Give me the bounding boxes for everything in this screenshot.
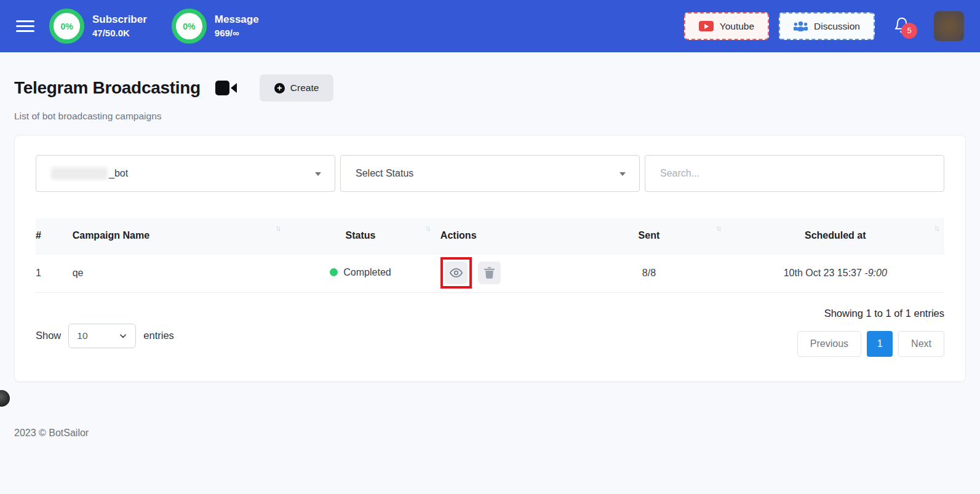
previous-page-button[interactable]: Previous xyxy=(797,331,861,357)
status-select-value: Select Status xyxy=(356,168,413,179)
message-stat: 0% Message 969/∞ xyxy=(172,9,259,44)
redacted-bot-name xyxy=(51,167,108,180)
show-label: Show xyxy=(36,330,61,341)
eye-icon xyxy=(450,266,463,279)
caret-down-icon xyxy=(315,172,321,176)
message-progress-ring: 0% xyxy=(172,9,207,44)
hamburger-menu-icon[interactable] xyxy=(16,17,34,35)
sort-icon[interactable]: ↑↓ xyxy=(425,223,429,233)
status-dot xyxy=(330,268,338,276)
showing-entries-text: Showing 1 to 1 of 1 entries xyxy=(824,308,944,319)
delete-campaign-button[interactable] xyxy=(478,261,501,284)
table-header-row: # Campaign Name ↑↓ Status ↑↓ Actions Sen… xyxy=(36,218,944,253)
search-input[interactable] xyxy=(645,155,944,192)
scheduled-at-cell: 10th Oct 23 15:37 -9:00 xyxy=(726,253,944,292)
campaign-name-cell: qe xyxy=(68,253,285,292)
scheduled-offset: -9:00 xyxy=(864,268,886,278)
users-icon xyxy=(794,21,808,31)
message-percent: 0% xyxy=(183,22,195,31)
notification-badge: 5 xyxy=(901,23,917,39)
table-row: 1 qe Completed xyxy=(36,253,944,292)
row-index: 1 xyxy=(36,253,68,292)
page-title: Telegram Broadcasting xyxy=(14,78,201,98)
bot-select-value: _bot xyxy=(109,168,128,179)
trash-icon xyxy=(484,267,495,279)
plus-circle-icon: + xyxy=(274,83,285,94)
column-header-sent[interactable]: Sent ↑↓ xyxy=(572,218,726,253)
discussion-button-label: Discussion xyxy=(814,21,860,32)
sort-icon[interactable]: ↑↓ xyxy=(934,223,938,233)
column-header-campaign-name[interactable]: Campaign Name ↑↓ xyxy=(68,218,285,253)
campaigns-table: # Campaign Name ↑↓ Status ↑↓ Actions Sen… xyxy=(36,218,944,293)
subscriber-stat: 0% Subscriber 47/50.0K xyxy=(49,9,147,44)
entries-label: entries xyxy=(143,330,174,341)
user-avatar[interactable] xyxy=(934,11,964,41)
discussion-button[interactable]: Discussion xyxy=(779,12,875,40)
pagination: Previous 1 Next xyxy=(797,331,944,357)
sent-cell: 8/8 xyxy=(572,253,726,292)
video-camera-icon[interactable] xyxy=(215,80,237,96)
top-header-bar: 0% Subscriber 47/50.0K 0% Message 969/∞ … xyxy=(0,0,980,52)
subscriber-progress-ring: 0% xyxy=(49,9,84,44)
column-header-status[interactable]: Status ↑↓ xyxy=(285,218,436,253)
column-header-index: # xyxy=(36,218,68,253)
chevron-down-icon xyxy=(119,332,127,340)
youtube-button-label: Youtube xyxy=(720,21,754,32)
column-header-scheduled-at[interactable]: Scheduled at ↑↓ xyxy=(726,218,944,253)
notification-bell[interactable]: 5 xyxy=(893,16,910,37)
subscriber-label: Subscriber xyxy=(92,13,147,27)
message-label: Message xyxy=(215,13,259,27)
status-cell: Completed xyxy=(285,253,436,292)
scheduled-date: 10th Oct 23 15:37 xyxy=(784,268,862,278)
status-text: Completed xyxy=(343,267,391,278)
status-select[interactable]: Select Status xyxy=(340,155,640,192)
current-page-button[interactable]: 1 xyxy=(867,331,893,357)
message-value: 969/∞ xyxy=(215,27,259,39)
bot-select[interactable]: _bot xyxy=(36,155,335,192)
page-subtitle: List of bot broadcasting campaigns xyxy=(14,111,966,122)
create-button-label: Create xyxy=(290,82,319,94)
subscriber-percent: 0% xyxy=(60,22,73,31)
campaigns-card: _bot Select Status # Campaign Name ↑↓ xyxy=(14,135,966,382)
annotation-highlight-box xyxy=(440,257,472,289)
copyright-text: 2023 © BotSailor xyxy=(14,428,966,439)
subscriber-value: 47/50.0K xyxy=(92,27,147,39)
caret-down-icon xyxy=(619,172,626,176)
create-button[interactable]: + Create xyxy=(260,74,334,102)
youtube-icon xyxy=(699,21,714,31)
view-campaign-button[interactable] xyxy=(445,261,468,284)
youtube-button[interactable]: Youtube xyxy=(684,12,769,40)
page-size-value: 10 xyxy=(77,330,87,341)
sort-icon[interactable]: ↑↓ xyxy=(715,223,720,233)
next-page-button[interactable]: Next xyxy=(898,331,944,357)
actions-cell xyxy=(436,253,572,292)
page-size-select[interactable]: 10 xyxy=(68,324,136,348)
sort-icon[interactable]: ↑↓ xyxy=(275,223,279,233)
column-header-actions: Actions xyxy=(436,218,572,253)
